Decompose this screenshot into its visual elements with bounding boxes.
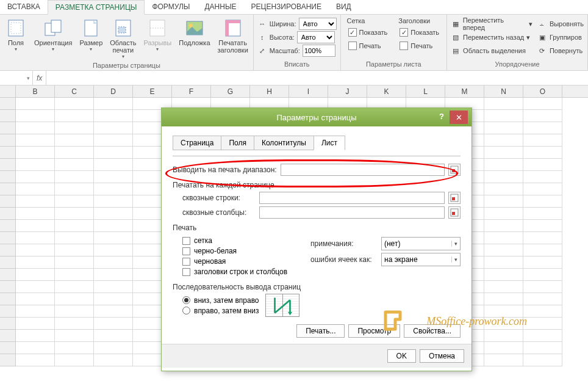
row-header[interactable] [0,256,15,269]
send-backward-button[interactable]: ▧Переместить назад ▾ [450,31,534,44]
chk-grid[interactable] [182,237,190,245]
col-header[interactable]: D [94,85,133,97]
row-header[interactable] [0,159,15,171]
fx-button[interactable]: fx [33,74,46,82]
tab-page-layout[interactable]: РАЗМЕТКА СТРАНИЦЫ [48,0,145,15]
dialog-help-button[interactable]: ? [436,112,447,121]
dialog-tab-sheet[interactable]: Лист [314,136,345,150]
headings-print-label: Печать [411,42,432,49]
tab-data[interactable]: ДАННЫЕ [197,0,243,14]
row-header[interactable] [0,98,15,110]
gridlines-show-check[interactable]: ✓ [348,28,357,37]
scale-input[interactable] [303,45,335,57]
row-header[interactable] [0,269,15,281]
name-box[interactable]: ▾ [0,71,33,85]
group-button[interactable]: ▣Группиров [536,31,585,44]
row-header[interactable] [0,122,15,134]
row-header[interactable] [0,147,15,159]
print-range-picker-button[interactable] [448,164,461,176]
chk-draft[interactable] [182,258,190,266]
tab-view[interactable]: ВИД [329,0,359,14]
row-header[interactable] [0,220,15,232]
col-header[interactable]: F [172,85,211,97]
col-header[interactable]: L [406,85,445,97]
col-header[interactable]: H [250,85,289,97]
row-header[interactable] [0,134,15,147]
through-cols-label: сквозные столбцы: [182,208,256,217]
headings-print-check[interactable] [400,42,408,50]
col-header[interactable]: O [523,85,562,97]
svg-rect-6 [118,27,126,33]
col-header[interactable]: G [211,85,250,97]
row-header[interactable] [0,318,15,330]
row-header[interactable] [0,195,15,208]
order-down-radio[interactable] [182,296,190,304]
align-button[interactable]: ⫠Выровнять [536,17,585,31]
group-page-setup: Поля▾ Ориентация▾ Размер▾ Областьпечати▾… [0,15,254,70]
notes-combo[interactable]: (нет)▾ [381,237,461,250]
through-rows-picker-button[interactable] [448,192,461,204]
row-header[interactable] [0,110,15,122]
svg-rect-3 [51,20,61,32]
tab-review[interactable]: РЕЦЕНЗИРОВАНИЕ [244,0,329,14]
row-header[interactable] [0,171,15,183]
col-header[interactable]: N [484,85,523,97]
tab-formulas[interactable]: ФОРМУЛЫ [145,0,197,14]
col-header[interactable]: I [289,85,328,97]
dialog-close-button[interactable]: ✕ [450,111,468,124]
bring-forward-button[interactable]: ▦Переместить вперед ▾ [450,17,534,31]
width-combo[interactable]: Авто [299,18,337,30]
dialog-tab-headerfooter[interactable]: Колонтитулы [254,136,314,150]
col-header[interactable]: K [367,85,406,97]
ok-button[interactable]: OK [387,349,416,363]
row-header[interactable] [0,244,15,256]
orientation-button[interactable]: Ориентация▾ [32,17,74,53]
chk-rowcol-label: заголовки строк и столбцов [194,267,287,276]
col-header[interactable]: M [445,85,484,97]
tab-insert[interactable]: ВСТАВКА [0,0,48,14]
print-button[interactable]: Печать... [296,324,345,338]
size-button[interactable]: Размер▾ [77,17,105,53]
row-header[interactable] [0,330,15,342]
chk-rowcol[interactable] [182,268,190,276]
background-button[interactable]: Подложка [176,17,212,48]
row-header[interactable] [0,281,15,293]
selection-pane-button[interactable]: ▤Область выделения [450,44,534,57]
headings-show-check[interactable]: ✓ [400,28,408,37]
chk-bw[interactable] [182,247,190,255]
breaks-button[interactable]: Разрывы▾ [141,17,174,53]
margins-button[interactable]: Поля▾ [2,17,29,53]
print-area-button[interactable]: Областьпечати▾ [107,17,138,60]
height-combo[interactable]: Авто [297,31,335,43]
background-label: Подложка [179,39,210,46]
row-header[interactable] [0,232,15,244]
through-cols-picker-button[interactable] [448,206,461,219]
through-rows-input[interactable] [259,192,445,204]
dialog-tab-margins[interactable]: Поля [221,136,254,150]
gridlines-header: Сетка [347,17,389,24]
row-header[interactable] [0,342,15,354]
row-header[interactable] [0,183,15,195]
dialog-titlebar[interactable]: Параметры страницы ? ✕ [162,108,471,126]
print-titles-label: Печататьзаголовки [218,39,248,54]
col-header[interactable]: C [55,85,94,97]
order-across-radio[interactable] [182,307,190,314]
through-cols-input[interactable] [259,206,445,219]
col-header[interactable]: B [16,85,55,97]
through-rows-label: сквозные строки: [182,194,256,202]
print-titles-button[interactable]: Печататьзаголовки [215,17,251,55]
dialog-tab-page[interactable]: Страница [173,136,221,150]
col-header[interactable]: E [133,85,172,97]
errors-combo[interactable]: на экране▾ [381,253,461,266]
col-header[interactable]: J [328,85,367,97]
row-header[interactable] [0,354,15,366]
gridlines-print-check[interactable] [348,42,357,50]
cancel-button[interactable]: Отмена [420,349,464,363]
row-header[interactable] [0,305,15,318]
group-icon: ▣ [537,32,547,42]
formula-input[interactable] [46,71,588,85]
print-range-input[interactable] [281,164,445,176]
rotate-button[interactable]: ⟳Повернуть [536,44,585,57]
row-header[interactable] [0,293,15,305]
row-header[interactable] [0,208,15,220]
